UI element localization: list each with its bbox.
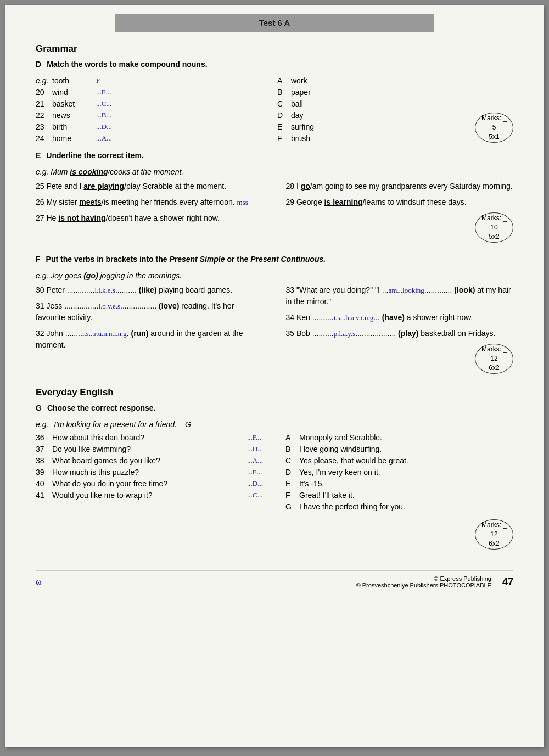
letter-C: C — [277, 99, 291, 108]
marks-label-f: Marks: _ — [481, 345, 507, 354]
marks-right-f: Marks: _ 12 6x2 — [286, 344, 514, 374]
marks-value-d: 5 — [492, 123, 496, 132]
word-23: birth — [52, 122, 96, 131]
word-21: basket — [52, 99, 96, 108]
opt-g-E-text: It's -15. — [299, 479, 324, 488]
marks-box-d: Marks: _ 5 5x1 — [475, 113, 513, 143]
answer-21: ...C... — [96, 99, 111, 108]
answer-40: ...D... — [247, 479, 264, 488]
text-34: Ken ..........i.s...h.a.v.i.n.g... (have… — [296, 313, 473, 322]
num-27: 27 — [36, 214, 44, 222]
item-35: 35 Bob ..........p.l.a.y.s..............… — [286, 328, 514, 339]
num-38: 38 — [36, 456, 52, 465]
eg-col-g: G — [185, 420, 191, 429]
copyright-1: © Express Publishing — [42, 575, 491, 582]
marks-right-g: Marks: _ 12 6x2 — [285, 519, 513, 550]
item-37: 37 Do you like swimming? ...D... — [36, 445, 264, 453]
item-34: 34 Ken ..........i.s...h.a.v.i.n.g... (h… — [286, 312, 514, 323]
num-36: 36 — [36, 433, 52, 442]
section-g-left: 36 How about this dart board? ...F... 37… — [36, 433, 272, 554]
answer-38: ...A... — [247, 456, 264, 465]
marks-box-g: Marks: _ 12 6x2 — [475, 519, 513, 550]
marks-box-e: Marks: _ 10 5x2 — [475, 212, 513, 243]
page-title: Test 6 A — [259, 18, 290, 27]
opt-g-G: G I have the perfect thing for you. — [285, 502, 513, 511]
option-D: D day — [277, 111, 475, 120]
text-32: John ........i.s...r.u.n.n.i.n.g. (run) … — [36, 329, 243, 349]
word-22: news — [52, 111, 96, 120]
section-e-right: 28 I go/am going to see my grandparents … — [278, 181, 514, 247]
num-32: 32 — [36, 329, 44, 338]
marks-box-f: Marks: _ 12 6x2 — [475, 344, 513, 374]
marks-label-g: Marks: _ — [481, 520, 507, 530]
marks-value-g: 12 — [490, 530, 497, 539]
section-f-items: 30 Peter .............l.i.k.e.s.........… — [36, 284, 513, 378]
marks-mult-d: 5x1 — [489, 132, 499, 142]
item-25: 25 Pete and I are playing/play Scrabble … — [36, 181, 264, 192]
text-30: Peter .............l.i.k.e.s.......... (… — [46, 285, 232, 294]
num-29: 29 — [286, 198, 295, 206]
num-25: 25 — [36, 182, 44, 191]
item-38: 38 What board games do you like? ...A... — [36, 456, 264, 465]
num-30: 30 — [36, 285, 44, 294]
letter-A: A — [277, 76, 291, 85]
opt-g-F: F Great! I'll take it. — [285, 491, 513, 500]
text-29: George is learning/learns to windsurf th… — [296, 198, 467, 206]
marks-mult-f: 6x2 — [489, 363, 499, 373]
match-item-21: 21 basket ...C... — [36, 99, 255, 108]
grammar-title: Grammar — [36, 43, 513, 54]
text-26: My sister meets/is meeting her friends e… — [46, 198, 248, 206]
section-d-instruction: Match the words to make compound nouns. — [47, 60, 207, 69]
item-36: 36 How about this dart board? ...F... — [36, 433, 264, 442]
copyright-block: © Express Publishing © Prosveshcheniye P… — [42, 575, 491, 589]
match-left: e.g. tooth F 20 wind ...E... 21 baske — [36, 76, 255, 145]
section-e: E Underline the correct item. e.g. Mum i… — [36, 151, 513, 247]
section-g-right: A Monopoly and Scrabble. B I love going … — [277, 433, 513, 554]
option-C: C ball — [277, 99, 475, 108]
num-34: 34 — [286, 313, 295, 322]
section-e-instruction: Underline the correct item. — [46, 151, 143, 160]
answer-37: ...D... — [247, 445, 264, 453]
item-31: 31 Jess ................l.o.v.e.s.......… — [36, 300, 264, 323]
text-38: What board games do you like? — [52, 456, 247, 465]
num-40: 40 — [36, 479, 52, 488]
num-37: 37 — [36, 445, 52, 453]
opt-g-A-letter: A — [285, 433, 299, 442]
page: Test 6 A Grammar D Match the words to ma… — [5, 5, 544, 747]
content: Grammar D Match the words to make compou… — [5, 43, 544, 605]
match-item-24: 24 home ...A... — [36, 134, 255, 143]
marks-label-e: Marks: _ — [481, 214, 507, 223]
text-31: Jess ................l.o.v.e.s..........… — [36, 301, 234, 322]
match-eg: e.g. tooth F — [36, 76, 255, 85]
item-26: 26 My sister meets/is meeting her friend… — [36, 197, 264, 208]
answer-39: ...E... — [247, 468, 264, 477]
section-f-label: F — [36, 255, 41, 264]
num-33: 33 — [286, 285, 295, 294]
section-g-content: 36 How about this dart board? ...F... 37… — [36, 433, 513, 554]
copyright-2: © Prosveshcheniye Publishers PHOTOCOPIAB… — [42, 582, 491, 589]
opt-g-F-text: Great! I'll take it. — [299, 491, 355, 500]
word-20: wind — [52, 88, 96, 97]
eg-label: e.g. — [36, 76, 52, 85]
answer-20: ...E... — [96, 88, 111, 97]
text-35: Bob ..........p.l.a.y.s.................… — [296, 329, 496, 338]
num-23: 23 — [36, 122, 52, 131]
num-28: 28 — [286, 182, 295, 191]
eg-text: Mum is cooking/cooks at the moment. — [51, 167, 183, 176]
option-E: E surfing — [277, 122, 475, 131]
left-margin-mark: ω — [36, 577, 42, 587]
num-41: 41 — [36, 491, 52, 500]
num-31: 31 — [36, 301, 44, 310]
section-e-eg: e.g. Mum is cooking/cooks at the moment. — [36, 167, 513, 176]
opt-g-C-text: Yes please, that would be great. — [299, 456, 408, 465]
right-options: A work B paper C ball — [277, 76, 475, 143]
section-f-right: 33 "What are you doing?" "I ...am...look… — [278, 284, 514, 378]
opt-g-G-text: I have the perfect thing for you. — [299, 502, 405, 511]
marks-value-e: 10 — [490, 223, 497, 232]
section-e-left: 25 Pete and I are playing/play Scrabble … — [36, 181, 272, 247]
opt-g-A-text: Monopoly and Scrabble. — [299, 433, 382, 442]
section-g-instruction: Choose the correct response. — [47, 404, 156, 412]
text-33: "What are you doing?" "I ...am...looking… — [286, 285, 511, 306]
eg-prefix: e.g. — [36, 167, 51, 176]
page-number: 47 — [502, 576, 513, 588]
